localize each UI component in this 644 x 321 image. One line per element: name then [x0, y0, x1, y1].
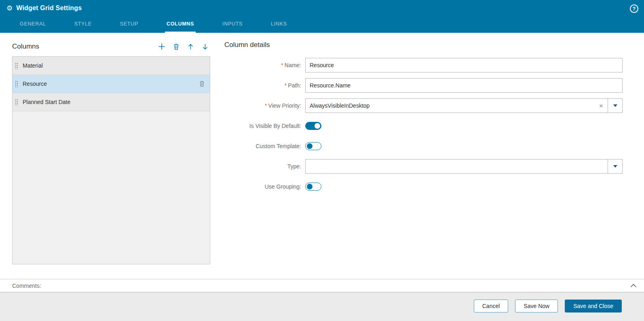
- details-panel: Column details *Name: *Path: *View Prior…: [224, 39, 644, 279]
- path-field-row: *Path:: [224, 78, 623, 93]
- tab-links[interactable]: LINKS: [269, 16, 289, 33]
- chevron-down-icon: [613, 104, 617, 107]
- plus-icon: [158, 43, 165, 50]
- drag-handle-icon[interactable]: [15, 81, 18, 87]
- tab-general[interactable]: GENERAL: [18, 16, 48, 33]
- required-asterisk: *: [285, 82, 287, 89]
- delete-row-button[interactable]: [199, 81, 205, 87]
- list-item[interactable]: Material: [13, 57, 210, 75]
- clear-icon[interactable]: ×: [595, 102, 608, 109]
- view-priority-field-row: *View Priority: AlwaysVisibleInDesktop ×: [224, 98, 623, 113]
- dropdown-button[interactable]: [608, 159, 622, 173]
- tab-inputs[interactable]: INPUTS: [221, 16, 244, 33]
- is-visible-toggle[interactable]: [305, 122, 321, 130]
- columns-list: Material Resource Planned Start Date: [12, 56, 210, 264]
- columns-panel-header: Columns: [12, 39, 210, 54]
- required-asterisk: *: [265, 102, 267, 109]
- arrow-up-icon: [187, 43, 194, 50]
- is-visible-field-row: Is Visible By Default:: [224, 119, 623, 133]
- name-input[interactable]: [305, 58, 623, 72]
- list-item-label: Resource: [23, 81, 47, 87]
- type-field-row: Type:: [224, 159, 623, 174]
- trash-icon: [199, 81, 205, 87]
- view-priority-value: AlwaysVisibleInDesktop: [306, 102, 595, 109]
- drag-handle-icon[interactable]: [15, 62, 18, 69]
- page-title: Widget Grid Settings: [16, 4, 82, 12]
- gear-icon: ⚙: [6, 5, 13, 12]
- type-select[interactable]: [305, 159, 623, 174]
- delete-column-button[interactable]: [173, 43, 179, 50]
- toggle-knob: [315, 123, 320, 129]
- cancel-button[interactable]: Cancel: [474, 300, 509, 312]
- move-up-button[interactable]: [187, 43, 194, 50]
- footer-bar: Cancel Save Now Save and Close: [0, 292, 644, 321]
- trash-icon: [173, 43, 179, 50]
- type-label: Type:: [224, 163, 305, 170]
- help-icon[interactable]: ?: [630, 4, 638, 13]
- columns-panel: Columns Material: [12, 39, 210, 279]
- required-asterisk: *: [281, 62, 283, 68]
- columns-toolbar: [158, 43, 210, 50]
- list-item-label: Material: [23, 62, 43, 69]
- use-grouping-field-row: Use Grouping:: [224, 179, 623, 194]
- name-field-row: *Name:: [224, 58, 623, 72]
- tab-style[interactable]: STYLE: [73, 16, 93, 33]
- add-column-button[interactable]: [158, 43, 165, 50]
- save-and-close-button[interactable]: Save and Close: [565, 300, 622, 312]
- move-down-button[interactable]: [202, 43, 209, 50]
- custom-template-toggle[interactable]: [305, 142, 321, 150]
- details-panel-title: Column details: [224, 41, 623, 49]
- toggle-knob: [307, 143, 312, 149]
- view-priority-label: *View Priority:: [224, 102, 305, 109]
- path-input[interactable]: [305, 78, 623, 93]
- list-item[interactable]: Planned Start Date: [13, 93, 210, 111]
- tab-columns[interactable]: COLUMNS: [165, 16, 196, 33]
- toggle-knob: [307, 184, 312, 189]
- path-label: *Path:: [224, 82, 305, 89]
- comments-bar: Comments:: [0, 279, 644, 292]
- comments-label: Comments:: [12, 283, 41, 289]
- view-priority-select[interactable]: AlwaysVisibleInDesktop ×: [305, 98, 623, 113]
- title-row: ⚙ Widget Grid Settings ?: [0, 0, 644, 16]
- use-grouping-label: Use Grouping:: [224, 183, 305, 190]
- tab-setup[interactable]: SETUP: [118, 16, 140, 33]
- columns-panel-title: Columns: [12, 43, 39, 51]
- collapse-chevron-icon[interactable]: [630, 283, 637, 288]
- list-item-label: Planned Start Date: [23, 99, 70, 105]
- tab-bar: GENERAL STYLE SETUP COLUMNS INPUTS LINKS: [0, 16, 644, 33]
- list-item[interactable]: Resource: [13, 75, 210, 93]
- dropdown-button[interactable]: [608, 99, 622, 113]
- name-label: *Name:: [224, 62, 305, 68]
- app-header: ⚙ Widget Grid Settings ? GENERAL STYLE S…: [0, 0, 644, 33]
- save-now-button[interactable]: Save Now: [515, 300, 558, 312]
- is-visible-label: Is Visible By Default:: [224, 123, 305, 129]
- drag-handle-icon[interactable]: [15, 99, 18, 106]
- custom-template-label: Custom Template:: [224, 143, 305, 149]
- main-content: Columns Material: [0, 33, 644, 279]
- chevron-down-icon: [613, 165, 617, 168]
- arrow-down-icon: [202, 43, 209, 50]
- custom-template-field-row: Custom Template:: [224, 139, 623, 153]
- use-grouping-toggle[interactable]: [305, 183, 321, 191]
